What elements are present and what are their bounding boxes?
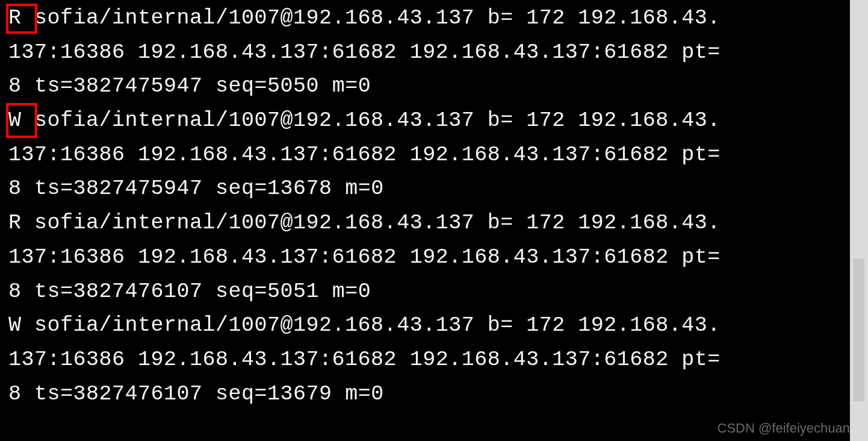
- log-line: W sofia/internal/1007@192.168.43.137 b= …: [8, 308, 842, 343]
- log-m: 0: [371, 177, 384, 201]
- log-split-addr: 192.168.43.: [578, 313, 721, 337]
- watermark: CSDN @feifeiyechuan: [718, 421, 850, 436]
- log-line-cont: 137:16386 192.168.43.137:61682 192.168.4…: [8, 138, 842, 172]
- log-direction: R: [8, 211, 22, 235]
- log-bytes: 172: [526, 211, 565, 235]
- log-addr2: 192.168.43.137:61682: [138, 40, 397, 64]
- log-addr3: 192.168.43.137:61682: [410, 143, 669, 167]
- log-addr3: 192.168.43.137:61682: [410, 348, 669, 372]
- log-line-cont: 8 ts=3827476107 seq=13679 m=0: [8, 377, 842, 411]
- log-m: 0: [358, 74, 371, 98]
- log-line-cont: 8 ts=3827475947 seq=5050 m=0: [8, 69, 842, 104]
- log-m: 0: [358, 280, 371, 304]
- scrollbar-thumb[interactable]: [854, 259, 864, 401]
- log-seq: 13679: [267, 382, 332, 406]
- log-endpoint: sofia/internal/1007@192.168.43.137: [34, 6, 474, 30]
- log-bytes: 172: [526, 313, 565, 337]
- log-addr3: 192.168.43.137:61682: [410, 40, 669, 64]
- log-direction: W: [8, 313, 22, 337]
- log-split-addr: 192.168.43.: [578, 6, 721, 30]
- log-line-cont: 137:16386 192.168.43.137:61682 192.168.4…: [8, 240, 842, 275]
- log-endpoint: sofia/internal/1007@192.168.43.137: [34, 313, 474, 337]
- log-bytes: 172: [526, 6, 565, 30]
- log-seq: 13678: [267, 177, 332, 201]
- terminal-output[interactable]: R sofia/internal/1007@192.168.43.137 b= …: [0, 0, 850, 441]
- log-pt: 8: [8, 177, 22, 201]
- log-seq: 5051: [267, 280, 319, 304]
- log-line-cont: 8 ts=3827476107 seq=5051 m=0: [8, 275, 842, 309]
- log-line: R sofia/internal/1007@192.168.43.137 b= …: [8, 206, 842, 240]
- log-line-cont: 8 ts=3827475947 seq=13678 m=0: [8, 172, 842, 206]
- log-bytes: 172: [526, 108, 565, 133]
- log-ts: 3827475947: [73, 177, 203, 201]
- log-endpoint: sofia/internal/1007@192.168.43.137: [34, 108, 474, 133]
- log-split-addr: 192.168.43.: [578, 108, 721, 133]
- log-addr2: 192.168.43.137:61682: [138, 143, 397, 167]
- log-line: R sofia/internal/1007@192.168.43.137 b= …: [8, 1, 842, 36]
- scrollbar-track[interactable]: [854, 0, 866, 441]
- log-split-addr: 192.168.43.: [578, 211, 721, 235]
- log-m: 0: [371, 382, 384, 406]
- log-pt: 8: [8, 382, 22, 406]
- log-line: W sofia/internal/1007@192.168.43.137 b= …: [8, 104, 842, 138]
- log-pt: 8: [8, 74, 22, 98]
- log-ts: 3827476107: [73, 280, 203, 304]
- log-ts: 3827476107: [73, 382, 203, 406]
- log-addr2: 192.168.43.137:61682: [138, 348, 397, 372]
- log-line-cont: 137:16386 192.168.43.137:61682 192.168.4…: [8, 343, 842, 377]
- log-pt: 8: [8, 280, 22, 304]
- log-addr2: 192.168.43.137:61682: [138, 245, 397, 269]
- log-direction: R: [8, 6, 22, 30]
- log-seq: 5050: [267, 74, 319, 98]
- log-direction: W: [8, 108, 22, 133]
- log-line-cont: 137:16386 192.168.43.137:61682 192.168.4…: [8, 36, 842, 70]
- log-addr3: 192.168.43.137:61682: [410, 245, 669, 269]
- log-ts: 3827475947: [73, 74, 203, 98]
- log-endpoint: sofia/internal/1007@192.168.43.137: [34, 211, 474, 235]
